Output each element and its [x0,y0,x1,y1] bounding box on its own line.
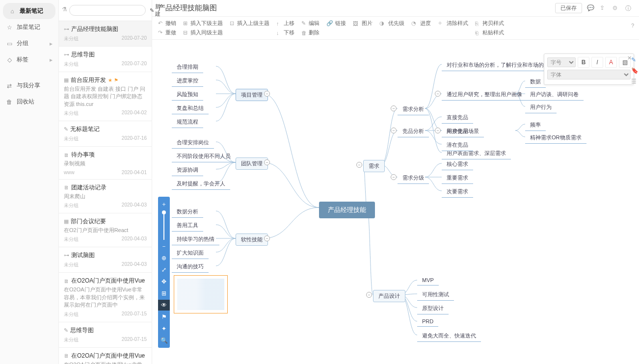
mindmap-node[interactable]: 需求分级 [398,172,429,184]
collapse-icon[interactable]: − [264,91,270,97]
insert-parent-button[interactable]: ⊡插入上级主题 [230,20,269,27]
help-icon[interactable]: ? [631,23,634,28]
mindmap-node[interactable]: MVP [417,275,439,286]
move-button[interactable]: ✥ [158,276,170,287]
mindmap-node[interactable]: 复盘和总结 [172,103,209,114]
note-item[interactable]: ⊶思维导图未分组2020-07-20 [59,47,152,72]
mindmap-node[interactable]: 团队管理 [236,157,268,170]
search-canvas-button[interactable]: 🔍 [158,335,170,346]
delete-button[interactable]: 🗑删除 [301,29,320,36]
copy-style-button[interactable]: ⎘拷贝样式 [475,20,504,27]
note-item[interactable]: ▦部门会议纪要在O2门户页面中使用React未分组2020-04-03 [59,213,152,247]
redo-button[interactable]: ↷重做 [158,29,176,36]
mindmap-node[interactable]: 竞品分析 [398,126,429,137]
mindmap-node[interactable]: 资源协调 [172,164,203,176]
collapse-icon[interactable]: − [391,105,397,111]
mindmap-node[interactable]: 项目管理 [236,89,268,101]
mindmap-node[interactable]: 软性技能 [236,234,268,246]
mindmap-node[interactable]: 产品经理技能 [319,202,375,218]
collapse-icon[interactable]: − [264,159,270,165]
locate-button[interactable]: ⊕ [158,253,170,263]
mindmap-node[interactable]: 合理排期 [172,61,203,73]
nav-trash[interactable]: 🗑回收站 [0,94,58,110]
mindmap-node[interactable]: 进度掌控 [172,75,203,87]
layout-button[interactable]: ⊞ [158,288,170,299]
filter-icon[interactable]: ⚗ [62,6,67,15]
mindmap-node[interactable]: 通过用户研究，整理出用户画像 [442,89,527,101]
note-item[interactable]: 🗎在O2OA门户页面中使用Vue在O2OA门户页面中使用Vue非常容易，本章我们… [59,348,152,364]
mindmap-node[interactable]: 可用性测试 [417,289,454,301]
progress-button[interactable]: ◔进度 [411,20,431,27]
note-item[interactable]: ✎无标题笔记未分组2020-07-16 [59,121,152,147]
mindmap-node[interactable]: 持续学习的热情 [172,234,219,245]
paste-style-button[interactable]: ⎗粘贴样式 [475,29,504,36]
zoom-slider[interactable] [163,210,164,240]
clear-style-button[interactable]: ✧清除样式 [438,20,468,27]
info-icon[interactable]: ⓘ [625,4,633,12]
mindmap-node[interactable]: 直接竞品 [442,112,473,124]
zoom-out-button[interactable]: － [158,241,170,252]
priority-button[interactable]: ◑优先级 [379,20,404,27]
expand-button[interactable]: ⤢ [158,264,170,275]
font-color-button[interactable]: A [605,57,617,68]
share-icon[interactable]: ⇪ [600,4,608,12]
mindmap-node[interactable]: 频率 [525,119,546,131]
theme-button[interactable]: ⚑ [158,312,170,322]
style-button[interactable]: ✦ [158,323,170,334]
mindmap-node[interactable]: 需求 [363,160,385,172]
mindmap-node[interactable]: 数据分析 [172,206,203,218]
nav-latest[interactable]: ⌂最新笔记 [3,3,55,19]
collapse-icon[interactable]: − [391,128,397,133]
overview-button[interactable]: 👁 [158,300,170,311]
collapse-icon[interactable]: − [391,174,397,180]
image-button[interactable]: 🖼图片 [353,20,373,27]
mindmap-node[interactable]: 间接竞品 [442,126,473,137]
list-icon[interactable]: ☰ [631,78,638,85]
more-icon[interactable]: ⊝ [612,4,620,12]
move-up-button[interactable]: ↑上移 [276,20,294,27]
mindmap-node[interactable]: 规范流程 [172,116,203,128]
mindmap-node[interactable]: PRD [417,316,438,327]
link-button[interactable]: 🔗链接 [326,20,346,27]
mindmap-node[interactable]: 次要需求 [442,186,473,198]
mindmap-node[interactable]: 合理安排岗位 [172,137,214,149]
mindmap-node[interactable]: 及时提醒，学会开人 [172,178,230,190]
font-size-select[interactable]: 字号 [547,57,576,67]
mindmap-node[interactable]: 核心需求 [442,158,473,170]
mindmap-node[interactable]: 数据 [525,76,546,88]
collapse-icon[interactable]: − [356,162,362,168]
mindmap-canvas[interactable]: 产品经理技能项目管理−合理排期进度掌控风险预知复盘和总结规范流程团队管理−合理安… [152,40,639,364]
nav-tags[interactable]: ◇标签▸ [0,52,58,68]
mindmap-node[interactable]: 避免大而全、快速迭代 [417,330,481,342]
mindmap-node[interactable]: 风险预知 [172,89,203,101]
mindmap-node[interactable]: 用户访谈、调研问卷 [525,89,584,101]
move-down-button[interactable]: ↓下移 [276,29,294,36]
mindmap-node[interactable]: 潜在竞品 [442,139,473,151]
note-item[interactable]: ▦前台应用开发★ ⚑前台应用开发 自建表 接口 门户 问题 自建表权限控制 门户… [59,72,152,121]
note-item[interactable]: 🗎团建活动记录周末爬山未分组2020-04-03 [59,180,152,213]
note-item[interactable]: ✎思维导图未分组2020-07-15 [59,322,152,348]
nav-groups[interactable]: ▭分组▸ [0,35,58,52]
font-family-select[interactable]: 字体 [547,70,631,79]
bold-button[interactable]: B [578,57,589,68]
mindmap-node[interactable]: 重要需求 [442,172,473,184]
mindmap-node[interactable]: 善用工具 [172,220,203,232]
insert-child-button[interactable]: ⊞插入下级主题 [183,20,223,27]
mindmap-node[interactable]: 原型设计 [417,303,449,314]
pencil-side-icon[interactable]: ✎ [631,56,638,63]
note-item[interactable]: 🗎在O2OA门户页面中使用Vue在O2OA门户页面中使用Vue非常容易，本章我们… [59,273,152,322]
mindmap-node[interactable]: 沟通的技巧 [172,261,209,273]
nav-starred[interactable]: ☆加星笔记 [0,19,58,35]
insert-sibling-button[interactable]: ⊟插入同级主题 [183,29,223,36]
note-item[interactable]: 🗎待办事项录制视频www2020-04-01 [59,147,152,179]
nav-shared[interactable]: ⇄与我分享 [0,78,58,94]
mindmap-node[interactable]: 不同阶段使用不同人员 [172,151,236,162]
edit-button[interactable]: ✎编辑 [301,20,320,27]
comment-icon[interactable]: 💬 [587,4,595,12]
mindmap-node[interactable]: 用户行为 [525,102,557,113]
mindmap-node[interactable]: 产品设计 [373,290,405,302]
collapse-icon[interactable]: − [366,292,372,298]
zoom-in-button[interactable]: ＋ [158,199,170,209]
mindmap-node[interactable]: 精神需求OR物质需求 [525,132,586,144]
mindmap-node[interactable]: 扩大知识面 [172,247,209,259]
